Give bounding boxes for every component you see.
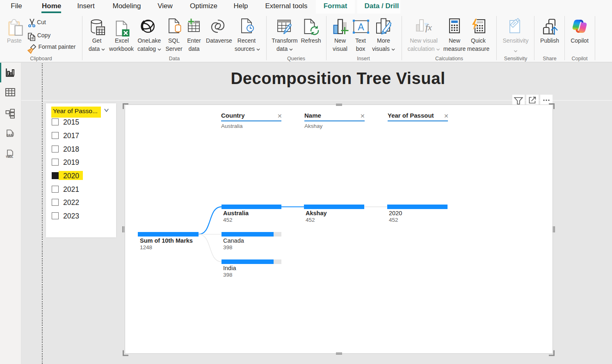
svg-text:A: A <box>358 22 364 32</box>
svg-text:DAX: DAX <box>7 134 13 136</box>
svg-text:TMDL: TMDL <box>6 155 13 158</box>
svg-text:fx: fx <box>425 22 432 32</box>
